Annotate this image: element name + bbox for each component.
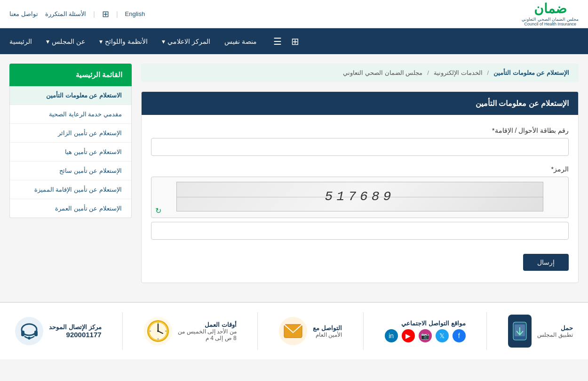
- svg-point-8: [157, 330, 159, 332]
- footer-contact: التواصل مع الأمين العام: [279, 317, 342, 345]
- form-title: الإستعلام عن معلومات التأمين: [142, 92, 578, 115]
- grid-view-icon[interactable]: ⊞: [289, 33, 302, 49]
- footer-download-sub: تطبيق المجلس: [537, 332, 572, 338]
- svg-point-16: [28, 337, 31, 340]
- sidebar-item-premium-residency[interactable]: الإستعلام عن تأمين الإقامة المميزة: [10, 180, 131, 199]
- logo-brand: ضمان: [522, 1, 579, 17]
- footer-contact-title: التواصل مع: [313, 324, 342, 332]
- footer-download: حمل تطبيق المجلس: [508, 315, 572, 348]
- nav-icon-group: ⊞ ☰: [271, 33, 302, 49]
- nav-item-home[interactable]: الرئيسية: [9, 38, 32, 45]
- footer-social: مواقع التواصل الاجتماعي f 𝕏 📷 ▶ in: [385, 320, 466, 342]
- top-bar: ضمان مجلس الضمان الصحي التعاونيCouncil o…: [0, 0, 588, 28]
- footer: حمل تطبيق المجلس مواقع التواصل الاجتماعي…: [0, 302, 588, 359]
- submit-button[interactable]: إرسال: [523, 254, 569, 271]
- sidebar-item-umrah-insurance[interactable]: الإستعلام عن تأمين العمرة: [10, 199, 131, 218]
- sidebar-item-visitor-insurance[interactable]: الإستعلام عن تأمين الزائر: [10, 124, 131, 143]
- captcha-label: الرمز*: [151, 165, 569, 173]
- footer-download-title: حمل: [537, 324, 572, 332]
- id-label: رقم بطاقة الأحوال / الإقامة*: [151, 127, 569, 134]
- sidebar-header: القائمة الرئيسية: [9, 64, 132, 86]
- nav-item-regulations[interactable]: الأنظمة واللوائح ▾: [99, 38, 148, 45]
- id-input[interactable]: [151, 138, 569, 156]
- sidebar-item-haya-insurance[interactable]: الاستعلام عن تأمين هيا: [10, 143, 131, 162]
- captcha-container: 517689 ↻: [151, 177, 569, 218]
- breadcrumb: الإستعلام عن معلومات التأمين / الخدمات ا…: [141, 64, 579, 82]
- faq-link[interactable]: الأسئلة المتكررة: [45, 10, 87, 17]
- chevron-down-icon: ▾: [162, 38, 165, 45]
- id-group: رقم بطاقة الأحوال / الإقامة*: [151, 127, 569, 156]
- headset-icon: [15, 317, 43, 345]
- content-area: الإستعلام عن معلومات التأمين / الخدمات ا…: [141, 64, 579, 283]
- captcha-input[interactable]: [151, 222, 569, 240]
- menu-icon[interactable]: ☰: [271, 33, 284, 49]
- breadcrumb-parent[interactable]: الخدمات الإلكترونية: [434, 69, 483, 76]
- footer-call-center: مركز الإتصال الموحد 920001177: [15, 317, 101, 345]
- twitter-icon[interactable]: 𝕏: [436, 329, 449, 342]
- footer-contact-sub: الأمين العام: [313, 332, 342, 338]
- footer-hours-title: أوقات العمل: [178, 321, 236, 328]
- chevron-down-icon: ▾: [46, 38, 49, 45]
- linkedin-icon[interactable]: in: [385, 329, 398, 342]
- youtube-icon[interactable]: ▶: [402, 329, 415, 342]
- svg-rect-15: [34, 331, 38, 336]
- english-link[interactable]: English: [125, 10, 145, 17]
- captcha-group: الرمز* 517689 ↻: [151, 165, 569, 240]
- main-wrapper: الإستعلام عن معلومات التأمين / الخدمات ا…: [0, 54, 588, 292]
- footer-social-title: مواقع التواصل الاجتماعي: [385, 320, 466, 327]
- breadcrumb-root[interactable]: مجلس الضمان الصحي التعاوني: [343, 69, 422, 76]
- nav-item-media[interactable]: المركز الاعلامي ▾: [162, 38, 210, 45]
- main-nav: ⊞ ☰ منصة نفيس المركز الاعلامي ▾ الأنظمة …: [0, 28, 588, 54]
- facebook-icon[interactable]: f: [453, 329, 466, 342]
- contact-link[interactable]: تواصل معنا: [9, 10, 38, 17]
- breadcrumb-current: الإستعلام عن معلومات التأمين: [493, 69, 569, 76]
- logo-subtitle: مجلس الضمان الصحي التعاونيCouncil of Hea…: [522, 17, 579, 27]
- footer-phone[interactable]: 920001177: [49, 331, 101, 339]
- sidebar: القائمة الرئيسية الاستعلام عن معلومات ال…: [9, 64, 132, 283]
- form-card: الإستعلام عن معلومات التأمين رقم بطاقة ا…: [141, 91, 579, 283]
- logo: ضمان مجلس الضمان الصحي التعاونيCouncil o…: [522, 1, 579, 27]
- org-chart-icon[interactable]: ⊞: [102, 9, 109, 19]
- top-bar-links: English | ⊞ | الأسئلة المتكررة تواصل معن…: [9, 9, 145, 19]
- nav-item-council[interactable]: عن المجلس ▾: [46, 38, 85, 45]
- sidebar-menu: الاستعلام عن معلومات التأمين مقدمي خدمة …: [9, 86, 132, 218]
- sidebar-item-insurance-info[interactable]: الاستعلام عن معلومات التأمين: [10, 86, 131, 105]
- social-icons-group: f 𝕏 📷 ▶ in: [385, 329, 466, 342]
- captcha-image: 517689: [176, 182, 543, 211]
- form-actions: إرسال: [151, 249, 569, 271]
- email-icon[interactable]: [279, 317, 307, 345]
- form-body: رقم بطاقة الأحوال / الإقامة* الرمز* 5176…: [142, 115, 578, 283]
- chevron-down-icon: ▾: [99, 38, 103, 45]
- sidebar-item-healthcare-providers[interactable]: مقدمي خدمة الرعاية الصحية: [10, 105, 131, 124]
- instagram-icon[interactable]: 📷: [419, 329, 432, 342]
- captcha-refresh-icon[interactable]: ↻: [155, 206, 161, 215]
- app-download-icon[interactable]: [508, 315, 532, 348]
- footer-hours-detail: من الأحد إلى الخميس من8 ص إلى 4 م: [178, 328, 236, 341]
- clock-icon: [144, 317, 172, 345]
- svg-rect-14: [21, 331, 24, 336]
- footer-call-title: مركز الإتصال الموحد: [49, 324, 101, 331]
- footer-hours: أوقات العمل من الأحد إلى الخميس من8 ص إل…: [144, 317, 236, 345]
- footer-grid: حمل تطبيق المجلس مواقع التواصل الاجتماعي…: [9, 312, 579, 350]
- nav-item-nafis[interactable]: منصة نفيس: [224, 38, 257, 45]
- sidebar-item-tourist-insurance[interactable]: الإستعلام عن تأمين سائح: [10, 162, 131, 180]
